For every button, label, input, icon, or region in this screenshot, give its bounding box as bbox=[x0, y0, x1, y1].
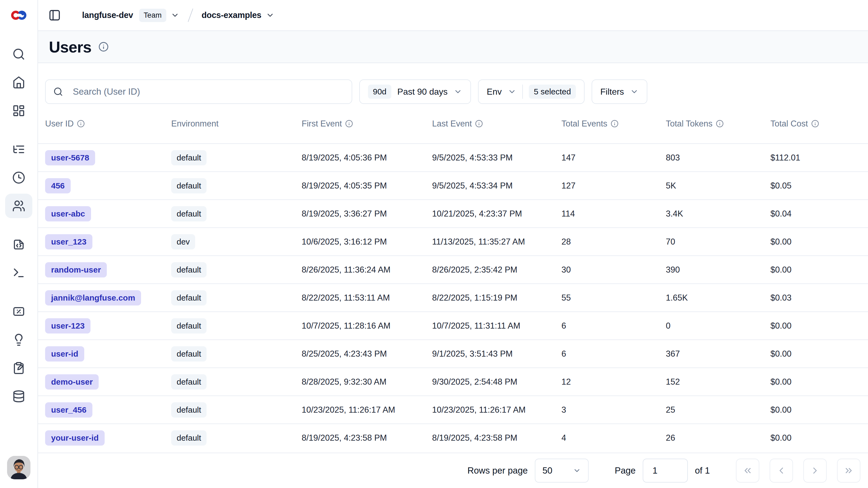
dashboard-grid-icon bbox=[12, 104, 25, 117]
total-cost-cell: $0.00 bbox=[763, 424, 868, 452]
previous-page-button[interactable] bbox=[770, 459, 793, 483]
user-id-badge[interactable]: user_456 bbox=[45, 402, 92, 418]
user-id-badge[interactable]: user-abc bbox=[45, 206, 91, 222]
percent-card-icon bbox=[12, 305, 25, 318]
table-row[interactable]: user_456 default 10/23/2025, 11:26:17 AM… bbox=[38, 396, 868, 424]
file-code-icon bbox=[12, 238, 25, 251]
column-header-environment[interactable]: Environment bbox=[164, 104, 294, 144]
info-icon bbox=[611, 120, 619, 127]
first-event-cell: 10/7/2025, 11:28:16 AM bbox=[294, 312, 425, 340]
first-page-button[interactable] bbox=[736, 459, 759, 483]
environment-cell: default bbox=[164, 396, 294, 424]
topbar: langfuse-dev Team docs-examples bbox=[38, 0, 868, 30]
last-event-cell: 10/23/2025, 11:26:17 AM bbox=[425, 396, 554, 424]
last-event-cell: 8/26/2025, 2:35:42 PM bbox=[425, 256, 554, 284]
total-tokens-cell: 152 bbox=[659, 368, 763, 396]
column-header-last-event[interactable]: Last Event bbox=[425, 104, 554, 144]
rows-per-page-select[interactable]: 50 bbox=[535, 459, 589, 483]
table-row[interactable]: user-id default 8/25/2025, 4:23:43 PM 9/… bbox=[38, 340, 868, 368]
last-event-cell: 8/22/2025, 1:15:19 PM bbox=[425, 284, 554, 312]
sidebar-item-playground[interactable] bbox=[5, 261, 32, 285]
sidebar-item-dashboards[interactable] bbox=[5, 98, 32, 123]
total-tokens-cell: 3.4K bbox=[659, 200, 763, 228]
info-icon bbox=[811, 120, 819, 127]
total-events-cell: 12 bbox=[554, 368, 659, 396]
table-row[interactable]: random-user default 8/26/2025, 11:36:24 … bbox=[38, 256, 868, 284]
last-event-cell: 10/21/2025, 4:23:37 PM bbox=[425, 200, 554, 228]
sidebar-item-home[interactable] bbox=[5, 70, 32, 95]
user-id-badge[interactable]: random-user bbox=[45, 262, 107, 278]
environment-filter-button[interactable]: Env 5 selected bbox=[478, 80, 585, 104]
sidebar-item-users[interactable] bbox=[5, 194, 32, 218]
table-row[interactable]: jannik@langfuse.com default 8/22/2025, 1… bbox=[38, 284, 868, 312]
user-id-badge[interactable]: jannik@langfuse.com bbox=[45, 290, 141, 306]
user-id-badge[interactable]: your-user-id bbox=[45, 430, 105, 446]
last-page-button[interactable] bbox=[837, 459, 860, 483]
sidebar bbox=[0, 0, 38, 488]
sidebar-item-scores[interactable] bbox=[5, 299, 32, 324]
sidebar-item-prompts[interactable] bbox=[5, 232, 32, 257]
table-row[interactable]: user-5678 default 8/19/2025, 4:05:36 PM … bbox=[38, 144, 868, 172]
sidebar-toggle-button[interactable] bbox=[49, 9, 61, 22]
total-events-cell: 127 bbox=[554, 172, 659, 200]
environment-badge: default bbox=[171, 206, 207, 222]
total-events-cell: 114 bbox=[554, 200, 659, 228]
column-header-total-events[interactable]: Total Events bbox=[554, 104, 659, 144]
first-event-cell: 10/6/2025, 3:16:12 PM bbox=[294, 228, 425, 256]
sidebar-item-search[interactable] bbox=[5, 42, 32, 66]
environment-cell: default bbox=[164, 256, 294, 284]
user-id-badge[interactable]: user-id bbox=[45, 346, 84, 362]
column-header-user-id[interactable]: User ID bbox=[38, 104, 164, 144]
user-id-badge[interactable]: user-5678 bbox=[45, 150, 95, 165]
users-table: User ID Environment First Event Last Eve… bbox=[38, 104, 868, 453]
user-id-badge[interactable]: demo-user bbox=[45, 374, 99, 390]
next-page-button[interactable] bbox=[803, 459, 827, 483]
pagination-bar: Rows per page 50 Page of 1 bbox=[38, 453, 868, 488]
search-icon bbox=[53, 87, 63, 96]
table-row[interactable]: your-user-id default 8/19/2025, 4:23:58 … bbox=[38, 424, 868, 452]
table-row[interactable]: demo-user default 8/28/2025, 9:32:30 AM … bbox=[38, 368, 868, 396]
user-id-badge[interactable]: user_123 bbox=[45, 234, 92, 250]
project-selector[interactable]: docs-examples bbox=[202, 10, 275, 20]
table-row[interactable]: user_123 dev 10/6/2025, 3:16:12 PM 11/13… bbox=[38, 228, 868, 256]
user-id-badge[interactable]: user-123 bbox=[45, 318, 91, 334]
sidebar-item-sessions[interactable] bbox=[5, 165, 32, 190]
date-range-button[interactable]: 90d Past 90 days bbox=[359, 80, 471, 104]
sidebar-item-tracing[interactable] bbox=[5, 137, 32, 162]
filters-button[interactable]: Filters bbox=[592, 80, 647, 104]
column-header-total-cost[interactable]: Total Cost bbox=[763, 104, 868, 144]
table-row[interactable]: 456 default 8/19/2025, 4:05:35 PM 9/5/20… bbox=[38, 172, 868, 200]
total-events-cell: 3 bbox=[554, 396, 659, 424]
user-id-cell: jannik@langfuse.com bbox=[38, 284, 164, 312]
info-icon bbox=[98, 41, 109, 52]
user-id-cell: user-id bbox=[38, 340, 164, 368]
user-avatar[interactable] bbox=[7, 456, 30, 479]
first-event-cell: 8/26/2025, 11:36:24 AM bbox=[294, 256, 425, 284]
terminal-icon bbox=[12, 266, 25, 279]
chevron-down-icon bbox=[508, 87, 516, 96]
lightbulb-icon bbox=[12, 333, 25, 346]
user-id-cell: user-123 bbox=[38, 312, 164, 340]
sidebar-item-annotation-queues[interactable] bbox=[5, 356, 32, 380]
page-number-input[interactable] bbox=[643, 459, 688, 483]
column-header-first-event[interactable]: First Event bbox=[294, 104, 425, 144]
sidebar-item-datasets[interactable] bbox=[5, 384, 32, 408]
table-row[interactable]: user-abc default 8/19/2025, 3:36:27 PM 1… bbox=[38, 200, 868, 228]
search-input[interactable] bbox=[73, 86, 344, 97]
table-row[interactable]: user-123 default 10/7/2025, 11:28:16 AM … bbox=[38, 312, 868, 340]
total-tokens-cell: 803 bbox=[659, 144, 763, 172]
environment-badge: default bbox=[171, 402, 207, 418]
user-id-cell: demo-user bbox=[38, 368, 164, 396]
environment-cell: default bbox=[164, 144, 294, 172]
total-events-cell: 4 bbox=[554, 424, 659, 452]
content: 90d Past 90 days Env 5 selected Filters bbox=[38, 63, 868, 488]
sidebar-item-insights[interactable] bbox=[5, 327, 32, 352]
project-name: docs-examples bbox=[202, 10, 261, 20]
page-header: Users bbox=[38, 30, 868, 63]
avatar-photo bbox=[7, 456, 30, 479]
org-selector[interactable]: langfuse-dev Team bbox=[82, 9, 179, 22]
column-header-total-tokens[interactable]: Total Tokens bbox=[659, 104, 763, 144]
user-id-badge[interactable]: 456 bbox=[45, 178, 71, 193]
database-icon bbox=[12, 390, 25, 403]
pager-buttons bbox=[736, 459, 860, 483]
